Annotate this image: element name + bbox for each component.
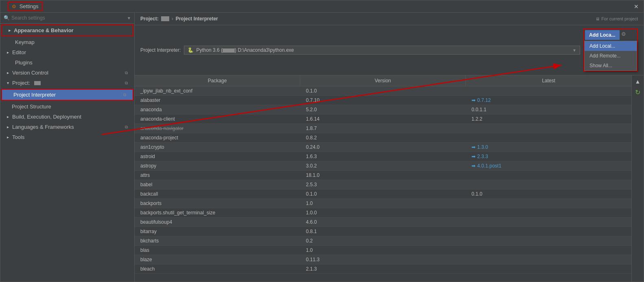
sidebar-item-languages-frameworks[interactable]: ▸ Languages & Frameworks ⧉ <box>0 122 134 132</box>
table-cell-version: 0.11.3 <box>300 255 466 264</box>
table-row[interactable]: babel2.5.3 <box>135 180 631 189</box>
sidebar-label-keymap: Keymap <box>15 39 35 45</box>
sidebar-item-project[interactable]: ▾ Project: ⧉ <box>0 78 134 88</box>
table-row[interactable]: alabaster0.7.10➡ 0.7.12 <box>135 96 631 105</box>
sidebar-item-plugins[interactable]: Plugins <box>0 57 134 68</box>
table-cell-package: blas <box>135 246 300 255</box>
add-remote-menu-item[interactable]: Add Remote... <box>585 51 637 61</box>
table-cell-package: blaze <box>135 255 300 264</box>
packages-area: Package Version Latest _ipyw_jlab_nb_ext… <box>135 75 644 282</box>
sidebar-label-build: Build, Execution, Deployment <box>12 114 81 120</box>
table-cell-package: babel <box>135 180 300 189</box>
table-cell-latest <box>466 246 631 255</box>
table-cell-package: asn1crypto <box>135 143 300 152</box>
main-content: 🔍 ▼ ▸ Appearance & Behavior Keymap ▸ Edi… <box>0 13 644 282</box>
table-cell-latest: 0.0.1.1 <box>466 105 631 114</box>
sidebar-item-editor[interactable]: ▸ Editor <box>0 47 134 57</box>
table-cell-package: bkcharts <box>135 236 300 245</box>
sidebar-label-version-control: Version Control <box>12 70 48 76</box>
sidebar-item-project-interpreter[interactable]: Project Interpreter ⧉ <box>2 90 133 100</box>
monitor-icon: 🖥 <box>596 17 600 21</box>
search-bar: 🔍 ▼ <box>0 13 134 24</box>
interpreter-dropdown[interactable]: 🐍 Python 3.6 () D:\Anaconda3\python.exe … <box>184 46 580 55</box>
table-cell-version: 1.8.7 <box>300 124 466 133</box>
sidebar-item-build-execution[interactable]: ▸ Build, Execution, Deployment <box>0 112 134 122</box>
right-sidebar: ▲ ↻ <box>631 75 644 282</box>
update-arrow-icon: ➡ <box>472 97 476 103</box>
table-row[interactable]: anaconda-client1.6.141.2.2 <box>135 115 631 124</box>
table-row[interactable]: bitarray0.8.1 <box>135 227 631 236</box>
table-cell-latest: ➡ 1.3.0 <box>466 143 631 152</box>
table-row[interactable]: astroid1.6.3➡ 2.3.3 <box>135 152 631 161</box>
table-cell-package: anaconda-client <box>135 115 300 123</box>
table-cell-package: astropy <box>135 161 300 170</box>
interpreter-dropdown-menu: Add Local... Add Remote... Show All... <box>584 41 637 71</box>
table-row[interactable]: _ipyw_jlab_nb_ext_conf0.1.0 <box>135 86 631 96</box>
add-local-button[interactable]: Add Loca... <box>585 30 620 40</box>
table-cell-version: 1.0 <box>300 199 466 208</box>
interpreter-label: Project Interpreter: <box>140 47 181 53</box>
update-arrow-icon: ➡ <box>472 154 476 159</box>
copy-icon: ⧉ <box>125 70 128 75</box>
sidebar-item-version-control[interactable]: ▸ Version Control ⧉ <box>0 68 134 78</box>
table-cell-latest <box>466 124 631 133</box>
add-local-menu-item[interactable]: Add Local... <box>585 41 637 51</box>
packages-main: Package Version Latest _ipyw_jlab_nb_ext… <box>135 75 631 282</box>
interpreter-value: Python 3.6 () D:\Anaconda3\python.exe <box>196 47 570 53</box>
table-row[interactable]: anaconda-navigator1.8.7 <box>135 124 631 133</box>
window-title: ⚙ Settings <box>8 2 43 11</box>
table-cell-version: 2.5.3 <box>300 180 466 189</box>
table-cell-version: 1.0.0 <box>300 208 466 217</box>
table-cell-latest <box>466 180 631 189</box>
title-text: Settings <box>20 3 39 9</box>
sidebar-item-project-structure[interactable]: Project Structure <box>0 101 134 112</box>
table-row[interactable]: anaconda5.2.00.0.1.1 <box>135 105 631 115</box>
sidebar-item-appearance-behavior[interactable]: ▸ Appearance & Behavior <box>2 25 133 35</box>
table-row[interactable]: blaze0.11.3 <box>135 255 631 264</box>
update-arrow-icon: ➡ <box>472 144 476 150</box>
table-cell-version: 0.24.0 <box>300 143 466 152</box>
up-button[interactable]: ▲ <box>633 77 642 86</box>
table-row[interactable]: backports1.0 <box>135 199 631 208</box>
table-cell-package: alabaster <box>135 96 300 105</box>
copy-icon: ⧉ <box>125 125 128 130</box>
update-arrow-icon: ➡ <box>472 163 476 169</box>
sidebar-item-keymap[interactable]: Keymap <box>0 37 134 47</box>
expand-icon: ▸ <box>7 125 9 129</box>
table-cell-package: bitarray <box>135 227 300 236</box>
sidebar-item-tools[interactable]: ▸ Tools <box>0 132 134 142</box>
table-row[interactable]: attrs18.1.0 <box>135 171 631 180</box>
refresh-button[interactable]: ↻ <box>633 88 642 97</box>
table-row[interactable]: bkcharts0.2 <box>135 236 631 246</box>
table-cell-version: 0.7.10 <box>300 96 466 105</box>
table-body: _ipyw_jlab_nb_ext_conf0.1.0alabaster0.7.… <box>135 86 631 274</box>
table-row[interactable]: astropy3.0.2➡ 4.0.1.post1 <box>135 161 631 171</box>
for-project-label: For current project <box>601 16 638 21</box>
top-action-buttons: Add Loca... ⚙ <box>584 29 637 41</box>
table-row[interactable]: bleach2.1.3 <box>135 264 631 274</box>
table-cell-version: 0.1.0 <box>300 189 466 198</box>
project-interpreter-highlight: Project Interpreter ⧉ <box>1 89 133 101</box>
table-row[interactable]: blas1.0 <box>135 246 631 255</box>
search-input[interactable] <box>11 15 125 21</box>
table-cell-latest <box>466 227 631 236</box>
expand-icon: ▸ <box>7 50 9 55</box>
table-row[interactable]: backcall0.1.00.1.0 <box>135 189 631 199</box>
table-cell-package: _ipyw_jlab_nb_ext_conf <box>135 86 300 95</box>
table-cell-version: 1.6.3 <box>300 152 466 161</box>
close-button[interactable]: ✕ <box>633 3 640 10</box>
table-cell-latest: 0.1.0 <box>466 189 631 198</box>
table-cell-version: 2.1.3 <box>300 264 466 273</box>
table-row[interactable]: asn1crypto0.24.0➡ 1.3.0 <box>135 143 631 152</box>
copy-icon: ⧉ <box>125 81 128 86</box>
table-row[interactable]: anaconda-project0.8.2 <box>135 133 631 143</box>
expand-icon: ▸ <box>9 28 11 33</box>
table-row[interactable]: backports.shutil_get_terminal_size1.0.0 <box>135 208 631 218</box>
table-cell-version: 0.8.1 <box>300 227 466 236</box>
table-cell-latest <box>466 171 631 180</box>
table-cell-latest <box>466 218 631 227</box>
table-header: Package Version Latest <box>135 75 631 86</box>
show-all-menu-item[interactable]: Show All... <box>585 61 637 70</box>
sidebar-label-tools: Tools <box>12 134 24 140</box>
table-row[interactable]: beautifulsoup44.6.0 <box>135 218 631 227</box>
